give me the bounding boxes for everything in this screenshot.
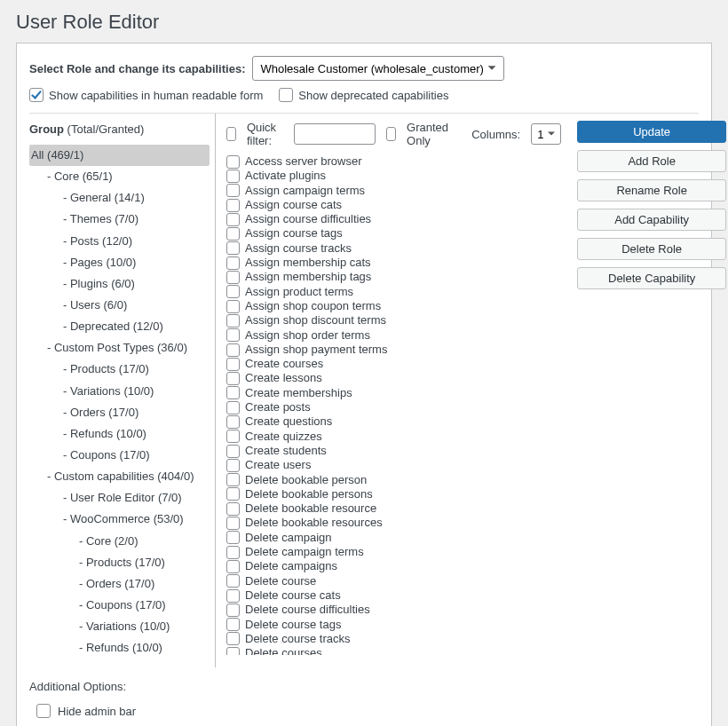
capability-label[interactable]: Assign membership tags [245,270,371,284]
capability-label[interactable]: Create posts [245,400,311,414]
capability-checkbox[interactable] [226,502,240,516]
tree-item[interactable]: Variations (10/0) [61,381,210,402]
tree-woo[interactable]: WooCommerce (53/0) [61,509,210,530]
capability-label[interactable]: Delete course tracks [245,632,351,646]
capability-checkbox[interactable] [226,343,240,357]
granted-only-checkbox[interactable] [386,127,396,141]
role-select[interactable]: Wholesale Customer (wholesale_customer) [252,56,504,81]
capability-label[interactable]: Delete campaign [245,531,332,545]
capability-checkbox[interactable] [226,372,240,385]
capability-checkbox[interactable] [226,227,240,241]
capability-checkbox[interactable] [226,604,240,617]
capability-label[interactable]: Create memberships [245,386,352,400]
capability-checkbox[interactable] [226,358,240,371]
capability-label[interactable]: Delete bookable persons [245,487,373,501]
capability-checkbox[interactable] [226,300,240,313]
capability-label[interactable]: Delete campaigns [245,559,337,573]
capability-label[interactable]: Create quizzes [245,430,322,444]
tree-core[interactable]: Core (65/1) [45,166,210,187]
tree-item[interactable]: Core (2/0) [77,531,210,552]
tree-item[interactable]: Posts (12/0) [61,231,210,252]
capability-label[interactable]: Assign shop coupon terms [245,299,381,313]
tree-item[interactable]: Refunds (10/0) [61,423,210,445]
capability-label[interactable]: Assign campaign terms [245,184,365,198]
capability-label[interactable]: Assign shop payment terms [245,343,387,357]
tree-item[interactable]: Orders (17/0) [61,402,210,423]
tree-item[interactable]: General (14/1) [61,187,210,209]
columns-select[interactable]: 1 [531,123,561,145]
capability-label[interactable]: Assign membership cats [245,256,371,270]
capability-checkbox[interactable] [226,430,240,443]
hide-admin-bar-checkbox[interactable] [36,704,51,718]
tree-item[interactable]: Plugins (6/0) [61,273,210,295]
capability-label[interactable]: Delete bookable resources [245,516,383,530]
capability-label[interactable]: Delete course cats [245,588,341,603]
capability-label[interactable]: Delete campaign terms [245,545,364,559]
capability-checkbox[interactable] [226,574,240,588]
select-all-checkbox[interactable] [226,127,236,141]
quick-filter-input[interactable] [294,123,376,145]
capability-checkbox[interactable] [226,184,240,197]
tree-ure[interactable]: User Role Editor (7/0) [61,487,210,509]
capability-checkbox[interactable] [226,386,240,399]
capability-checkbox[interactable] [226,401,240,414]
tree-item[interactable]: Products (17/0) [61,359,210,380]
tree-item[interactable]: Pages (10/0) [61,252,210,273]
capability-checkbox[interactable] [226,328,240,342]
add-capability-button[interactable]: Add Capability [577,209,726,231]
capability-label[interactable]: Delete course [245,574,316,588]
show-deprecated-checkbox[interactable] [279,88,293,102]
capability-label[interactable]: Assign shop order terms [245,328,370,343]
capability-checkbox[interactable] [226,531,240,544]
capability-checkbox[interactable] [226,199,240,212]
capability-checkbox[interactable] [226,632,240,645]
capability-label[interactable]: Create lessons [245,371,322,385]
tree-all[interactable]: All (469/1) [29,145,210,166]
tree-item[interactable]: Themes (7/0) [61,209,210,230]
tree-item[interactable]: Users (6/0) [61,295,210,316]
capability-checkbox[interactable] [226,415,240,429]
delete-capability-button[interactable]: Delete Capability [577,267,726,289]
capability-checkbox[interactable] [226,459,240,472]
capability-label[interactable]: Create questions [245,414,332,429]
capability-checkbox[interactable] [226,445,240,458]
tree-item[interactable]: Coupons (17/0) [77,595,210,616]
capability-checkbox[interactable] [226,271,240,284]
capability-checkbox[interactable] [226,155,240,169]
capability-label[interactable]: Create users [245,458,311,472]
capability-label[interactable]: Assign course difficulties [245,212,371,226]
capability-label[interactable]: Delete bookable resource [245,501,376,516]
capability-checkbox[interactable] [226,314,240,327]
capability-checkbox[interactable] [226,589,240,603]
capability-label[interactable]: Delete course tags [245,618,341,632]
tree-custom[interactable]: Custom capabilities (404/0) [45,466,210,487]
capability-label[interactable]: Delete course difficulties [245,603,370,617]
tree-cpt[interactable]: Custom Post Types (36/0) [45,337,210,359]
capability-checkbox[interactable] [226,560,240,573]
capability-label[interactable]: Create students [245,444,327,458]
add-role-button[interactable]: Add Role [577,150,726,172]
capability-checkbox[interactable] [226,213,240,226]
tree-item[interactable]: Deprecated (12/0) [61,316,210,337]
capability-label[interactable]: Delete bookable person [245,473,367,487]
capability-checkbox[interactable] [226,546,240,559]
tree-item[interactable]: Products (17/0) [77,552,210,573]
tree-item[interactable]: Orders (17/0) [77,573,210,595]
capability-checkbox[interactable] [226,618,240,631]
tree-item[interactable]: Variations (10/0) [77,616,210,637]
capability-label[interactable]: Access server browser [245,154,361,169]
capability-label[interactable]: Delete courses [245,646,322,655]
tree-item[interactable]: Coupons (17/0) [61,445,210,466]
delete-role-button[interactable]: Delete Role [577,238,726,260]
capability-checkbox[interactable] [226,473,240,486]
capability-checkbox[interactable] [226,647,240,655]
capability-checkbox[interactable] [226,285,240,298]
update-button[interactable]: Update [577,121,726,143]
rename-role-button[interactable]: Rename Role [577,179,726,201]
capability-checkbox[interactable] [226,170,240,183]
capability-label[interactable]: Assign course tags [245,226,343,241]
capability-checkbox[interactable] [226,517,240,530]
show-human-checkbox[interactable] [29,88,44,102]
capability-checkbox[interactable] [226,241,240,255]
capability-label[interactable]: Assign course tracks [245,241,352,256]
